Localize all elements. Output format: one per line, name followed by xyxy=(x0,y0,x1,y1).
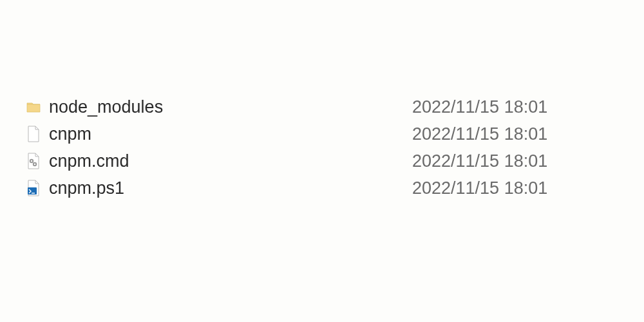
file-date: 2022/11/15 18:01 xyxy=(412,178,631,198)
file-row[interactable]: cnpm.ps1 2022/11/15 18:01 xyxy=(26,175,631,202)
file-row[interactable]: cnpm 2022/11/15 18:01 xyxy=(26,120,631,147)
file-row[interactable]: node_modules 2022/11/15 18:01 xyxy=(26,93,631,120)
file-date: 2022/11/15 18:01 xyxy=(412,151,631,171)
file-name: cnpm xyxy=(49,124,412,144)
file-name: node_modules xyxy=(49,97,412,117)
file-date: 2022/11/15 18:01 xyxy=(412,97,631,117)
file-list: node_modules 2022/11/15 18:01 cnpm 2022/… xyxy=(0,0,644,202)
file-row[interactable]: cnpm.cmd 2022/11/15 18:01 xyxy=(26,147,631,175)
svg-point-3 xyxy=(34,164,35,165)
blank-file-icon xyxy=(26,125,49,143)
svg-point-2 xyxy=(31,160,32,162)
file-name: cnpm.cmd xyxy=(49,151,412,171)
ps1-file-icon xyxy=(26,179,49,197)
folder-icon xyxy=(26,98,49,116)
file-date: 2022/11/15 18:01 xyxy=(412,124,631,144)
cmd-file-icon xyxy=(26,152,49,170)
file-name: cnpm.ps1 xyxy=(49,178,412,198)
